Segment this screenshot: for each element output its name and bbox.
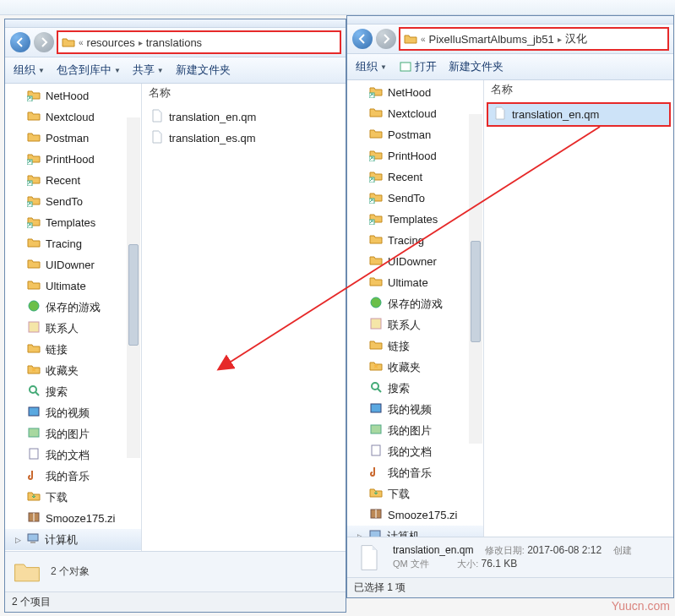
sidebar-item[interactable]: Smooze175.zi [5,508,141,529]
sidebar-item[interactable]: Nextcloud [5,106,141,128]
svg-point-28 [371,297,381,308]
explorer-window-left: « resources ▸ translations 组织▼ 包含到库中▼ 共享… [4,19,346,613]
sidebar-item[interactable]: 我的视频 [5,402,141,423]
sidebar-item[interactable]: 搜索 [347,378,483,399]
sidebar-item[interactable]: Templates [347,209,483,230]
sidebar-item[interactable]: UIDowner [347,251,483,272]
sidebar-item[interactable]: 下载 [5,487,141,508]
file-icon [150,109,164,125]
breadcrumb-seg[interactable]: 汉化 [565,31,587,46]
sidebar-label: Nextcloud [388,107,437,120]
sidebar-item[interactable]: Ultimate [347,272,483,293]
svg-point-30 [372,383,378,390]
svg-rect-6 [29,322,39,332]
sidebar-item[interactable]: SendTo [5,191,141,212]
file-row[interactable]: translation_en.qm [145,106,342,128]
dl-icon [369,486,383,502]
sidebar-item[interactable]: 我的音乐 [347,462,483,483]
sidebar-item[interactable]: 搜索 [5,381,141,402]
scroll-thumb[interactable] [471,241,481,342]
sidebar-item[interactable]: 保存的游戏 [347,293,483,314]
forward-button[interactable] [34,32,54,52]
svg-rect-10 [29,428,39,437]
scroll-thumb[interactable] [128,244,139,346]
sidebar-network[interactable]: ▷网络 [5,550,141,551]
column-header-name[interactable]: 名称 [142,84,346,105]
address-bar[interactable]: « resources ▸ translations [57,31,340,53]
include-library-button[interactable]: 包含到库中▼ [57,63,121,78]
titlebar[interactable] [5,19,346,28]
address-bar[interactable]: « PixelluSmartAlbums_jb51 ▸ 汉化 [400,28,668,50]
watermark: Yuucn.com [612,600,670,613]
sidebar-item[interactable]: 联系人 [5,318,141,339]
sidebar-item[interactable]: PrintHood [347,145,483,166]
sidebar-label: PrintHood [46,153,95,166]
background-strip [0,0,675,15]
sidebar-item[interactable]: SendTo [347,188,483,209]
file-pane[interactable]: 名称 translation_en.qmtranslation_es.qm [142,84,346,551]
column-header-name[interactable]: 名称 [484,80,673,101]
folder-big-icon [12,557,42,587]
game-icon [27,299,41,315]
sidebar-item[interactable]: Ultimate [5,275,141,297]
sidebar-item[interactable]: 链接 [347,335,483,357]
sidebar-item[interactable]: 我的图片 [347,420,483,441]
share-button[interactable]: 共享▼ [133,63,164,78]
sidebar-item[interactable]: Recent [347,166,483,188]
file-list: translation_en.qmtranslation_es.qm [142,105,346,551]
back-button[interactable] [10,32,30,52]
open-icon [399,60,412,74]
forward-button[interactable] [376,29,396,49]
sidebar-item[interactable]: Postman [5,128,141,149]
file-row[interactable]: translation_es.qm [145,128,342,149]
folder-icon [27,257,41,273]
sidebar-item[interactable]: Postman [347,124,483,145]
sidebar-item[interactable]: 链接 [5,339,141,360]
sidebar-item[interactable]: 我的图片 [5,423,141,444]
breadcrumb-seg[interactable]: resources [87,36,135,49]
search-icon [369,380,383,396]
open-button[interactable]: 打开 [399,59,437,74]
sidebar-item[interactable]: 我的音乐 [5,466,141,487]
sidebar-item[interactable]: 收藏夹 [347,357,483,378]
sidebar-item[interactable]: UIDowner [5,254,141,275]
search-icon [27,384,41,400]
sidebar-item[interactable]: PrintHood [5,149,141,170]
sidebar-item[interactable]: Recent [5,170,141,191]
sidebar-item[interactable]: Templates [5,212,141,233]
back-button[interactable] [352,29,373,49]
sidebar-label: 保存的游戏 [46,300,101,315]
sidebar-item[interactable]: NetHood [347,82,483,103]
organize-button[interactable]: 组织▼ [14,63,45,78]
sidebar-item[interactable]: 保存的游戏 [5,297,141,318]
sidebar-item[interactable]: 收藏夹 [5,360,141,381]
sidebar[interactable]: NetHoodNextcloudPostmanPrintHoodRecentSe… [5,84,142,551]
titlebar[interactable] [347,16,673,25]
scrollbar[interactable] [127,117,140,458]
new-folder-button[interactable]: 新建文件夹 [176,63,231,78]
doc-icon [27,447,41,463]
sidebar-computer[interactable]: ▷计算机 [347,526,483,537]
svg-rect-37 [370,531,380,537]
sidebar-computer[interactable]: ▷计算机 [5,529,141,550]
sidebar-item[interactable]: 我的视频 [347,399,483,420]
folder-icon [369,253,383,270]
file-list: translation_en.qm [484,101,673,537]
sidebar-item[interactable]: NetHood [5,85,141,106]
sidebar-item[interactable]: 我的文档 [5,444,141,466]
breadcrumb-seg[interactable]: PixelluSmartAlbums_jb51 [429,33,554,46]
sidebar-item[interactable]: 联系人 [347,314,483,335]
sidebar[interactable]: NetHoodNextcloudPostmanPrintHoodRecentSe… [347,80,484,537]
sidebar-item[interactable]: Smooze175.zi [347,504,483,526]
scrollbar[interactable] [469,114,482,444]
file-pane[interactable]: 名称 translation_en.qm [484,80,673,537]
sidebar-item[interactable]: Tracing [347,230,483,251]
sidebar-item[interactable]: 我的文档 [347,441,483,462]
organize-button[interactable]: 组织▼ [356,59,387,74]
sidebar-item[interactable]: 下载 [347,483,483,504]
breadcrumb-seg[interactable]: translations [146,36,202,49]
sidebar-item[interactable]: Nextcloud [347,103,483,124]
new-folder-button[interactable]: 新建文件夹 [449,59,504,74]
file-row[interactable]: translation_en.qm [487,103,670,126]
sidebar-item[interactable]: Tracing [5,233,141,254]
